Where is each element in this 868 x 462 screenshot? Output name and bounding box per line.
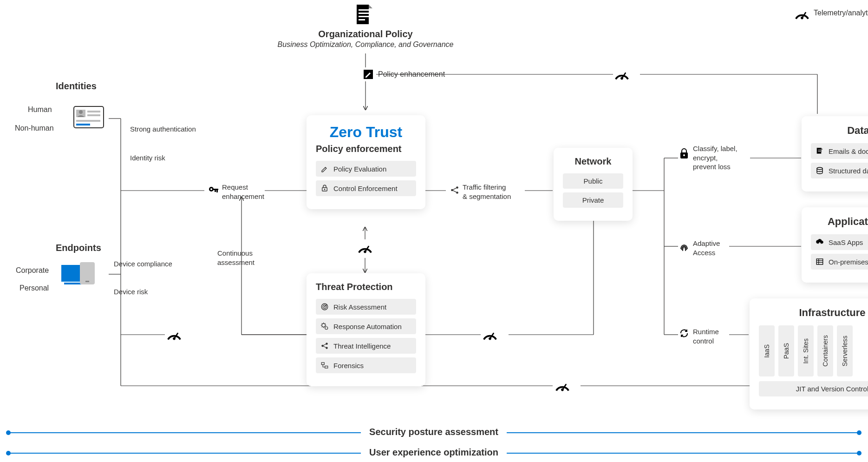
gauge-icon xyxy=(794,7,810,22)
svg-rect-56 xyxy=(64,283,82,284)
network-panel: Network Public Private xyxy=(554,148,633,221)
device-risk-label: Device risk xyxy=(114,287,148,297)
svg-point-66 xyxy=(324,306,325,307)
svg-point-82 xyxy=(683,154,685,156)
svg-marker-84 xyxy=(821,148,822,149)
endpoints-personal: Personal xyxy=(20,284,49,293)
svg-rect-83 xyxy=(817,148,821,153)
svg-rect-49 xyxy=(76,124,90,125)
legend-telemetry: Telemetry/analytics/assessment xyxy=(814,8,868,18)
org-policy-title: Organizational Policy xyxy=(279,28,452,40)
identities-title: Identities xyxy=(56,80,97,92)
svg-line-79 xyxy=(453,188,456,190)
chip-onprem-apps: On-premises Apps xyxy=(811,254,868,270)
svg-rect-85 xyxy=(818,150,822,151)
key-icon xyxy=(208,185,219,199)
threat-panel: Threat Protection Risk Assessment Respon… xyxy=(307,273,425,386)
chip-public: Public xyxy=(563,173,623,189)
fingerprint-icon xyxy=(679,240,689,255)
zero-trust-panel: Zero Trust Policy enforcement Policy Eva… xyxy=(307,115,425,209)
chip-private: Private xyxy=(563,192,623,208)
svg-point-51 xyxy=(210,188,212,190)
network-title: Network xyxy=(563,156,623,167)
identity-risk-label: Identity risk xyxy=(130,153,165,163)
vchip-paas: PaaS xyxy=(778,325,794,376)
gauge-icon xyxy=(555,378,570,394)
infra-vchip-row: IaaS PaaS Int. Sites Containers Serverle… xyxy=(759,325,868,376)
svg-rect-41 xyxy=(359,19,365,20)
chip-risk-assessment: Risk Assessment xyxy=(316,299,416,315)
chip-forensics: Forensics xyxy=(316,357,416,373)
svg-point-87 xyxy=(817,167,822,170)
zero-trust-subtitle: Policy enforcement xyxy=(316,144,416,154)
svg-rect-47 xyxy=(87,114,100,116)
identities-human: Human xyxy=(28,105,52,115)
svg-rect-75 xyxy=(325,366,328,369)
vchip-containers: Containers xyxy=(817,325,833,376)
svg-rect-52 xyxy=(213,189,218,190)
svg-marker-37 xyxy=(369,5,372,8)
id-card-icon xyxy=(73,106,104,130)
endpoints-title: Endpoints xyxy=(56,242,101,254)
org-policy-subtitle: Business Optimization, Compliance, and G… xyxy=(251,40,480,50)
request-enhancement-label: Request enhancement xyxy=(222,183,264,201)
document-icon xyxy=(354,3,374,29)
data-title: Data xyxy=(811,125,868,137)
svg-rect-54 xyxy=(215,190,216,192)
chip-structured-data: Structured data xyxy=(811,163,868,178)
policy-enhancement-label: Policy enhancement xyxy=(378,70,445,79)
svg-rect-46 xyxy=(87,111,100,112)
applications-panel: Applications SaaS Apps On-premises Apps xyxy=(802,207,868,283)
applications-title: Applications xyxy=(811,216,868,228)
svg-line-72 xyxy=(323,344,326,345)
infrastructure-title: Infrastructure xyxy=(759,307,868,319)
identities-nonhuman: Non-human xyxy=(15,124,54,133)
gauge-icon xyxy=(166,327,182,343)
svg-rect-53 xyxy=(216,190,218,192)
svg-rect-40 xyxy=(359,16,369,17)
chip-threat-intelligence: Threat Intelligence xyxy=(316,338,416,354)
svg-point-45 xyxy=(79,110,83,114)
devices-icon xyxy=(60,260,97,288)
zero-trust-title: Zero Trust xyxy=(316,124,416,141)
traffic-filtering-label: Traffic filtering & segmentation xyxy=(463,183,511,201)
runtime-control-label: Runtime control xyxy=(693,327,719,345)
vchip-serverless: Serverless xyxy=(837,325,853,376)
svg-point-68 xyxy=(325,327,328,330)
chip-response-automation: Response Automation xyxy=(316,318,416,334)
vchip-iaas: IaaS xyxy=(759,325,775,376)
share-icon xyxy=(450,185,460,198)
endpoints-corporate: Corporate xyxy=(16,266,49,276)
data-panel: Data Emails & documents Structured data xyxy=(802,116,868,191)
chip-saas-apps: SaaS Apps xyxy=(811,234,868,250)
svg-rect-74 xyxy=(321,363,324,365)
gauge-icon xyxy=(482,327,498,343)
strong-auth-label: Strong authentication xyxy=(130,125,196,134)
chip-policy-evaluation: Policy Evaluation xyxy=(316,161,416,177)
threat-title: Threat Protection xyxy=(316,282,416,292)
lock-icon xyxy=(679,148,689,163)
svg-rect-39 xyxy=(359,13,369,14)
rule-posture: Security posture assessment xyxy=(8,432,859,433)
svg-line-73 xyxy=(323,346,326,348)
chip-control-enforcement: Control Enforcement xyxy=(316,180,416,196)
continuous-assessment-label: Continuous assessment xyxy=(217,249,255,267)
svg-rect-58 xyxy=(85,281,89,282)
adaptive-access-label: Adaptive Access xyxy=(693,239,720,257)
rule-ux: User experience optimization xyxy=(8,453,859,454)
edit-square-icon xyxy=(363,69,373,82)
gauge-icon xyxy=(614,67,630,83)
chip-jit: JIT and Version Control xyxy=(759,381,868,396)
svg-rect-86 xyxy=(818,151,822,152)
svg-point-67 xyxy=(322,323,326,327)
gauge-icon xyxy=(357,240,373,256)
refresh-icon xyxy=(679,328,689,341)
infrastructure-panel: Infrastructure IaaS PaaS Int. Sites Cont… xyxy=(750,298,868,409)
svg-line-59 xyxy=(326,167,326,168)
svg-point-61 xyxy=(324,189,325,190)
svg-line-80 xyxy=(453,191,456,192)
device-compliance-label: Device compliance xyxy=(114,259,172,269)
classify-label: Classify, label, encrypt, prevent loss xyxy=(693,144,737,172)
svg-rect-48 xyxy=(76,120,100,122)
svg-rect-36 xyxy=(357,5,369,24)
